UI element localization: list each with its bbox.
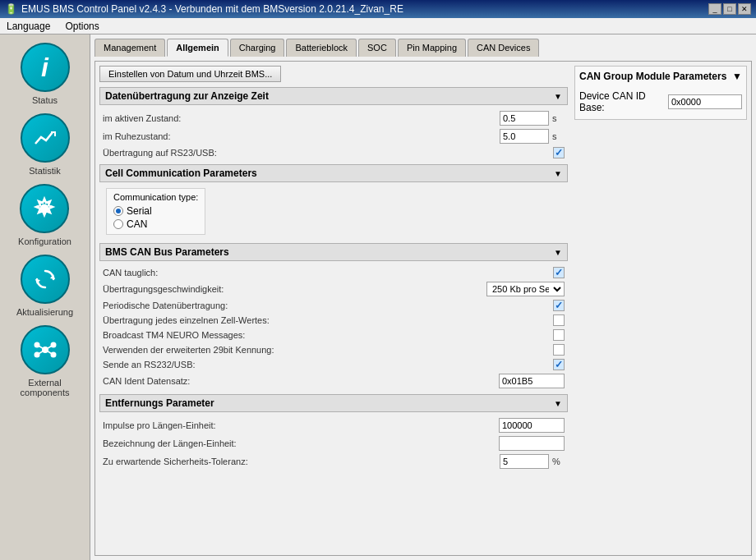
entfernungs-collapse[interactable]: ▼: [554, 399, 562, 408]
aktualisierung-label: Aktualisierung: [16, 307, 73, 317]
device-can-id-input[interactable]: [668, 94, 742, 109]
cell-comm-title: Cell Communication Parameters: [105, 168, 257, 179]
can-ident-input[interactable]: [499, 374, 565, 388]
sidebar-item-aktualisierung[interactable]: Aktualisierung: [16, 255, 73, 317]
content-area: Management Allgemein Charging Batteriebl…: [90, 34, 756, 560]
left-panel: Einstellen von Datum und Uhrzeit BMS... …: [99, 66, 568, 551]
device-can-id-label: Device CAN ID Base:: [579, 90, 663, 113]
can-ident-row: CAN Ident Datensatz:: [99, 372, 568, 390]
status-label: Status: [32, 95, 58, 105]
external-label: External components: [21, 378, 70, 397]
tab-batterieblock[interactable]: Batterieblock: [286, 39, 357, 57]
rest-state-unit: s: [552, 131, 565, 141]
bms-can-collapse[interactable]: ▼: [554, 248, 562, 257]
erweitert-label: Verwenden der erweiterten 29bit Kennung:: [103, 345, 550, 355]
broadcast-row: Broadcast TM4 NEURO Messages:: [99, 328, 568, 342]
can-tauglich-checkbox[interactable]: ✓: [553, 267, 565, 278]
toleranz-unit: %: [552, 457, 565, 466]
sende-checkbox[interactable]: ✓: [553, 359, 565, 370]
main-layout: i Status Statistik Konfiguration Aktuali…: [0, 34, 756, 560]
entfernungs-title: Entfernungs Parameter: [105, 397, 214, 409]
usb-transfer-row: Übertragung auf RS23/USB: ✓: [99, 145, 568, 160]
erweitert-checkbox[interactable]: [553, 344, 565, 356]
toleranz-row: Zu erwartende Sicherheits-Toleranz: %: [99, 452, 568, 470]
tab-can-devices[interactable]: CAN Devices: [468, 39, 539, 57]
toleranz-input[interactable]: [500, 454, 549, 469]
tab-management[interactable]: Management: [94, 39, 165, 57]
impulse-input[interactable]: [499, 418, 565, 433]
cell-value-checkbox[interactable]: [553, 314, 565, 326]
sidebar-item-statistik[interactable]: Statistik: [21, 113, 70, 176]
app-icon: 🔋: [5, 3, 17, 15]
usb-transfer-checkbox[interactable]: ✓: [553, 147, 565, 158]
active-state-input[interactable]: [500, 111, 549, 126]
active-state-unit: s: [552, 113, 565, 123]
speed-label: Übertragungsgeschwindigkeit:: [103, 284, 483, 294]
statistik-icon: [21, 113, 70, 163]
impulse-label: Impulse pro Längen-Einheit:: [103, 420, 496, 430]
status-icon: i: [21, 43, 70, 92]
right-panel: CAN Group Module Parameters ▼ Device CAN…: [574, 66, 747, 551]
serial-radio[interactable]: [113, 206, 123, 216]
menu-options[interactable]: Options: [62, 20, 102, 33]
rest-state-input[interactable]: [500, 129, 549, 144]
serial-label: Serial: [127, 205, 152, 217]
can-tauglich-label: CAN tauglich:: [103, 268, 550, 278]
radio-can[interactable]: CAN: [113, 218, 198, 231]
datenubertragung-collapse[interactable]: ▼: [554, 92, 562, 101]
can-ident-label: CAN Ident Datensatz:: [103, 376, 496, 386]
radio-serial[interactable]: Serial: [113, 204, 198, 218]
comm-type-label: Communication type:: [113, 192, 198, 202]
can-group-box: CAN Group Module Parameters ▼ Device CAN…: [574, 66, 747, 120]
can-radio[interactable]: [113, 219, 123, 229]
device-can-id-row: Device CAN ID Base:: [579, 89, 742, 115]
app-title: EMUS BMS Control Panel v2.4.3 - Verbunde…: [21, 3, 403, 15]
sende-row: Sende an RS232/USB: ✓: [99, 357, 568, 372]
periodic-label: Periodische Datenübertragung:: [103, 301, 550, 310]
can-group-title: CAN Group Module Parameters: [579, 71, 726, 82]
tab-allgemein[interactable]: Allgemein: [167, 39, 228, 57]
can-group-collapse[interactable]: ▼: [732, 71, 742, 82]
bms-can-header: BMS CAN Bus Parameters ▼: [99, 243, 568, 261]
active-state-row: im aktiven Zustand: s: [99, 109, 568, 127]
close-button[interactable]: ✕: [738, 3, 751, 15]
title-bar-controls[interactable]: _ □ ✕: [708, 3, 751, 15]
impulse-row: Impulse pro Längen-Einheit:: [99, 416, 568, 434]
rest-state-label: im Ruhezustand:: [103, 131, 496, 141]
tabs: Management Allgemein Charging Batteriebl…: [94, 39, 752, 57]
minimize-button[interactable]: _: [708, 3, 721, 15]
menu-bar: Language Options: [0, 18, 756, 34]
bezeichnung-row: Bezeichnung der Längen-Einheit:: [99, 434, 568, 452]
periodic-checkbox[interactable]: ✓: [553, 300, 565, 311]
can-group-header: CAN Group Module Parameters ▼: [579, 71, 742, 82]
bezeichnung-input[interactable]: [499, 436, 565, 451]
sidebar-item-external[interactable]: External components: [21, 325, 70, 397]
rest-state-row: im Ruhezustand: s: [99, 127, 568, 145]
sidebar-item-status[interactable]: i Status: [21, 43, 70, 105]
menu-language[interactable]: Language: [3, 20, 53, 33]
konfiguration-icon: [20, 184, 69, 233]
speed-dropdown[interactable]: 250 Kb pro Se 125 Kb pro Se 500 Kb pro S…: [486, 282, 565, 296]
konfiguration-label: Konfiguration: [18, 236, 71, 246]
tab-charging[interactable]: Charging: [230, 39, 285, 57]
statistik-label: Statistik: [29, 166, 61, 176]
main-panel: Einstellen von Datum und Uhrzeit BMS... …: [94, 61, 752, 556]
datetime-button[interactable]: Einstellen von Datum und Uhrzeit BMS...: [99, 66, 281, 82]
sidebar-item-konfiguration[interactable]: Konfiguration: [18, 184, 71, 246]
broadcast-checkbox[interactable]: [553, 329, 565, 341]
erweitert-row: Verwenden der erweiterten 29bit Kennung:: [99, 342, 568, 357]
maximize-button[interactable]: □: [723, 3, 736, 15]
cell-comm-collapse[interactable]: ▼: [554, 169, 562, 178]
bezeichnung-label: Bezeichnung der Längen-Einheit:: [103, 438, 496, 448]
tab-pin-mapping[interactable]: Pin Mapping: [398, 39, 466, 57]
sende-label: Sende an RS232/USB:: [103, 360, 550, 370]
toleranz-label: Zu erwartende Sicherheits-Toleranz:: [103, 457, 496, 466]
broadcast-label: Broadcast TM4 NEURO Messages:: [103, 330, 550, 340]
sidebar: i Status Statistik Konfiguration Aktuali…: [0, 34, 90, 560]
external-icon: [21, 325, 70, 374]
datenubertragung-header: Datenübertragung zur Anzeige Zeit ▼: [99, 87, 568, 105]
periodic-row: Periodische Datenübertragung: ✓: [99, 298, 568, 313]
cell-comm-header: Cell Communication Parameters ▼: [99, 164, 568, 182]
tab-soc[interactable]: SOC: [358, 39, 396, 57]
comm-type-container: Communication type: Serial CAN: [106, 188, 205, 235]
